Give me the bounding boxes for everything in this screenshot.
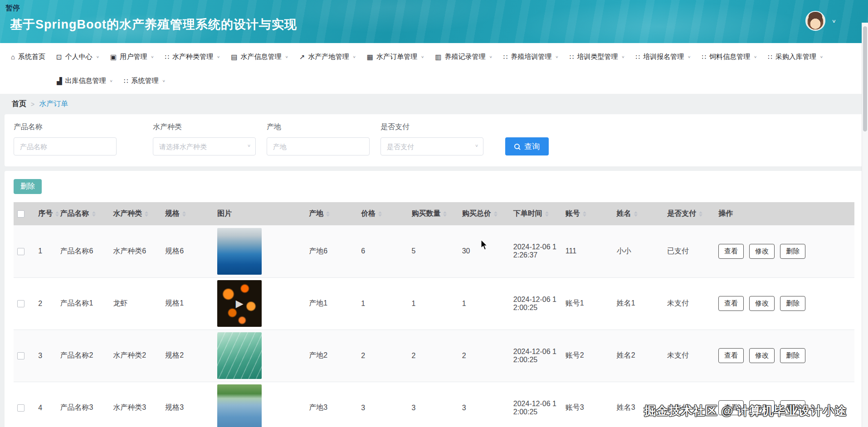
row-checkbox[interactable] bbox=[17, 248, 24, 255]
delete-button[interactable]: 删除 bbox=[14, 179, 42, 194]
field-label: 是否支付 bbox=[380, 122, 483, 132]
sort-icon[interactable] bbox=[326, 211, 330, 217]
bar-chart-icon: ▟ bbox=[57, 78, 62, 84]
column-header[interactable]: 姓名 bbox=[613, 202, 663, 225]
row-checkbox[interactable] bbox=[17, 404, 24, 412]
cell-account: 111 bbox=[562, 225, 613, 277]
nav-item-system[interactable]: ∷系统管理∨ bbox=[118, 77, 171, 85]
table-row: 3产品名称2水产种类2规格2产地22222024-12-06 12:00:25账… bbox=[14, 330, 854, 382]
field-label: 水产种类 bbox=[153, 122, 256, 132]
chevron-down-icon: ∨ bbox=[352, 55, 356, 58]
home-icon: ⌂ bbox=[11, 53, 15, 60]
search-panel: 产品名称 水产种类 ∨ 产地 是否支付 ∨ bbox=[5, 114, 863, 166]
nav-item-species[interactable]: ∷水产种类管理∨ bbox=[159, 53, 225, 61]
nav-item-outbound-info[interactable]: ▟出库信息管理∨ bbox=[51, 77, 118, 85]
sort-icon[interactable] bbox=[55, 211, 59, 217]
column-header[interactable]: 购买总价 bbox=[458, 202, 510, 225]
species-select[interactable] bbox=[153, 137, 256, 155]
nav-item-breed-training[interactable]: ∷养殖培训管理∨ bbox=[498, 53, 564, 61]
column-header[interactable]: 下单时间 bbox=[510, 202, 562, 225]
cell-spec: 规格2 bbox=[161, 330, 214, 382]
nav-item-breed-records[interactable]: ▥养殖记录管理∨ bbox=[429, 53, 498, 61]
sort-icon[interactable] bbox=[545, 211, 549, 217]
nav-item-label: 水产信息管理 bbox=[241, 53, 282, 61]
delete-row-button[interactable]: 删除 bbox=[780, 244, 805, 259]
cell-price: 6 bbox=[357, 225, 408, 277]
sort-icon[interactable] bbox=[145, 211, 148, 217]
query-button[interactable]: 查询 bbox=[505, 137, 549, 155]
sort-icon[interactable] bbox=[378, 211, 382, 217]
origin-input[interactable] bbox=[267, 137, 370, 155]
nav-item-users[interactable]: ▣用户管理∨ bbox=[105, 53, 160, 61]
nav-item-home[interactable]: ⌂系统首页 bbox=[5, 53, 51, 61]
column-header[interactable]: 图片 bbox=[214, 202, 305, 225]
column-header[interactable]: 操作 bbox=[715, 202, 854, 225]
sort-icon[interactable] bbox=[583, 211, 586, 217]
nav-item-aqua-info[interactable]: ▤水产信息管理∨ bbox=[225, 53, 294, 61]
edit-button[interactable]: 修改 bbox=[749, 348, 775, 363]
row-checkbox[interactable] bbox=[17, 300, 24, 307]
nav-item-purchase-inbound[interactable]: ∷采购入库管理∨ bbox=[762, 53, 829, 61]
view-button[interactable]: 查看 bbox=[718, 348, 744, 363]
nav-item-label: 用户管理 bbox=[120, 53, 147, 61]
cell-origin: 产地1 bbox=[305, 277, 357, 330]
cell-origin: 产地6 bbox=[305, 225, 357, 277]
scrollbar[interactable] bbox=[862, 23, 868, 427]
green-water-photo[interactable] bbox=[217, 332, 262, 379]
cell-price: 1 bbox=[357, 277, 408, 330]
chevron-down-icon: ∨ bbox=[555, 55, 558, 58]
delete-row-button[interactable]: 删除 bbox=[780, 296, 805, 311]
column-header[interactable]: 是否支付 bbox=[663, 202, 715, 225]
nav-item-label: 培训类型管理 bbox=[577, 53, 618, 61]
row-checkbox[interactable] bbox=[17, 352, 24, 359]
nav-item-orders[interactable]: ▦水产订单管理∨ bbox=[361, 53, 430, 61]
grid-icon: ∷ bbox=[768, 53, 772, 60]
pond-photo[interactable] bbox=[217, 384, 262, 427]
chevron-down-icon: ∨ bbox=[110, 79, 113, 82]
cell-account: 账号2 bbox=[562, 330, 613, 382]
cell-qty: 5 bbox=[408, 225, 458, 277]
sort-icon[interactable] bbox=[182, 211, 186, 217]
fish-video[interactable]: ▶ bbox=[217, 280, 262, 327]
column-header[interactable]: 账号 bbox=[562, 202, 613, 225]
search-field-origin: 产地 bbox=[267, 122, 370, 155]
column-header[interactable]: 水产种类 bbox=[109, 202, 161, 225]
sort-icon[interactable] bbox=[92, 211, 96, 217]
grid-icon: ∷ bbox=[503, 53, 508, 60]
column-header-label: 购买数量 bbox=[411, 209, 440, 217]
main-nav: ⌂系统首页⊡个人中心∨▣用户管理∨∷水产种类管理∨▤水产信息管理∨↗水产产地管理… bbox=[0, 43, 868, 94]
view-button[interactable]: 查看 bbox=[718, 296, 744, 311]
view-button[interactable]: 查看 bbox=[718, 244, 744, 259]
delete-row-button[interactable]: 删除 bbox=[780, 348, 805, 363]
chevron-down-icon: ∨ bbox=[621, 55, 624, 58]
breadcrumb-home[interactable]: 首页 bbox=[12, 99, 26, 109]
column-header-label: 图片 bbox=[217, 209, 232, 217]
sort-icon[interactable] bbox=[443, 211, 447, 217]
paid-select[interactable] bbox=[380, 137, 483, 155]
product-name-input[interactable] bbox=[14, 137, 117, 155]
sort-icon[interactable] bbox=[699, 211, 702, 217]
column-header-label: 购买总价 bbox=[462, 209, 491, 217]
column-header[interactable]: 产地 bbox=[305, 202, 357, 225]
column-header[interactable]: 购买数量 bbox=[408, 202, 458, 225]
nav-item-feed-info[interactable]: ∷饲料信息管理∨ bbox=[696, 53, 762, 61]
avatar[interactable] bbox=[805, 11, 825, 31]
sort-icon[interactable] bbox=[634, 211, 638, 217]
nav-item-profile[interactable]: ⊡个人中心∨ bbox=[51, 53, 105, 61]
column-header[interactable]: 序号 bbox=[34, 202, 56, 225]
chevron-down-icon[interactable]: ∨ bbox=[832, 18, 836, 24]
blue-tank-photo[interactable] bbox=[217, 228, 262, 275]
column-header[interactable]: 产品名称 bbox=[57, 202, 110, 225]
nav-item-training-type[interactable]: ∷培训类型管理∨ bbox=[564, 53, 630, 61]
scrollbar-thumb[interactable] bbox=[863, 26, 867, 131]
edit-button[interactable]: 修改 bbox=[749, 296, 775, 311]
nav-item-training-signup[interactable]: ∷培训报名管理∨ bbox=[630, 53, 697, 61]
edit-button[interactable]: 修改 bbox=[749, 244, 775, 259]
column-header[interactable]: 价格 bbox=[357, 202, 408, 225]
cell-qty: 2 bbox=[408, 330, 458, 382]
select-all-checkbox[interactable] bbox=[17, 210, 24, 218]
column-header[interactable]: 规格 bbox=[161, 202, 214, 225]
nav-item-origin[interactable]: ↗水产产地管理∨ bbox=[294, 53, 361, 61]
cell-total: 2 bbox=[458, 330, 510, 382]
sort-icon[interactable] bbox=[494, 211, 497, 217]
